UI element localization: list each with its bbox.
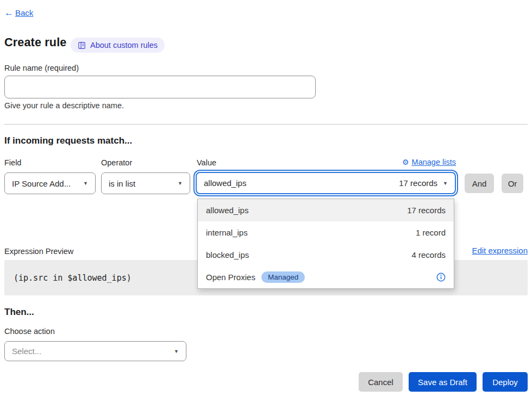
about-custom-rules-link[interactable]: About custom rules	[71, 38, 165, 53]
operator-label: Operator	[101, 158, 132, 167]
value-select-record-count: 17 records	[399, 178, 437, 188]
dropdown-option-allowed-ips[interactable]: allowed_ips 17 records	[198, 199, 454, 221]
save-as-draft-button[interactable]: Save as Draft	[409, 372, 477, 392]
value-select-value: allowed_ips	[204, 178, 246, 188]
dropdown-option-blocked-ips[interactable]: blocked_ips 4 records	[198, 244, 454, 266]
field-label: Field	[4, 158, 21, 167]
info-icon[interactable]	[436, 273, 446, 282]
choose-action-label: Choose action	[4, 327, 55, 336]
field-select-value: IP Source Add...	[12, 179, 71, 188]
about-badge-label: About custom rules	[90, 41, 158, 50]
option-record-count: 1 record	[416, 228, 446, 237]
back-link-label: Back	[15, 8, 33, 17]
operator-select-value: is in list	[109, 179, 135, 188]
action-select-placeholder: Select...	[12, 347, 41, 356]
back-arrow-icon: ←	[4, 8, 14, 17]
section-divider	[4, 124, 528, 125]
deploy-button[interactable]: Deploy	[483, 372, 528, 392]
chevron-down-icon: ▼	[83, 181, 88, 186]
option-name: internal_ips	[206, 228, 248, 237]
chevron-down-icon: ▼	[178, 181, 183, 186]
value-select[interactable]: allowed_ips 17 records ▼	[196, 172, 456, 194]
rule-name-input[interactable]	[4, 76, 316, 98]
field-select[interactable]: IP Source Add... ▼	[4, 172, 96, 194]
manage-lists-link[interactable]: ⚙ Manage lists	[402, 158, 456, 166]
rule-name-label: Rule name (required)	[4, 64, 79, 72]
dropdown-option-internal-ips[interactable]: internal_ips 1 record	[198, 221, 454, 244]
option-name: Open Proxies	[206, 273, 255, 282]
manage-lists-label: Manage lists	[412, 158, 456, 166]
gear-icon: ⚙	[402, 158, 409, 166]
edit-expression-link[interactable]: Edit expression	[472, 246, 528, 255]
page-title: Create rule	[4, 36, 67, 50]
option-record-count: 17 records	[407, 206, 446, 215]
then-section-heading: Then...	[4, 307, 34, 318]
cancel-button[interactable]: Cancel	[359, 372, 403, 392]
and-button[interactable]: And	[465, 174, 494, 193]
expression-code: (ip.src in $allowed_ips)	[14, 273, 132, 283]
value-dropdown-panel: allowed_ips 17 records internal_ips 1 re…	[197, 199, 454, 289]
chevron-down-icon: ▼	[443, 181, 448, 186]
action-select[interactable]: Select... ▼	[4, 341, 186, 361]
value-label: Value	[197, 158, 216, 167]
dropdown-option-open-proxies[interactable]: Open Proxies Managed	[198, 266, 454, 288]
option-record-count: 4 records	[411, 250, 446, 259]
match-section-heading: If incoming requests match...	[4, 135, 132, 146]
back-link[interactable]: ← Back	[4, 8, 33, 17]
expression-preview-label: Expression Preview	[4, 247, 73, 256]
operator-select[interactable]: is in list ▼	[101, 172, 190, 194]
chevron-down-icon: ▼	[174, 349, 179, 354]
option-name: allowed_ips	[206, 206, 248, 215]
option-name: blocked_ips	[206, 250, 249, 259]
managed-badge: Managed	[261, 271, 305, 283]
or-button[interactable]: Or	[502, 174, 523, 193]
book-icon	[78, 41, 86, 50]
rule-name-helper-text: Give your rule a descriptive name.	[4, 101, 124, 110]
